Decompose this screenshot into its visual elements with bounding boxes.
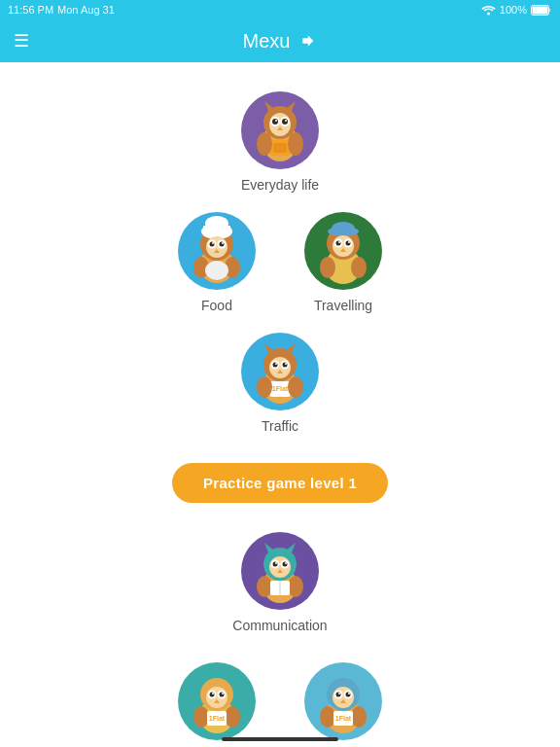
svg-point-56 bbox=[283, 363, 288, 368]
svg-point-106 bbox=[320, 706, 335, 728]
travelling-label: Travelling bbox=[314, 298, 372, 313]
svg-point-89 bbox=[212, 693, 214, 694]
svg-point-71 bbox=[272, 562, 277, 567]
status-time: 11:56 PM bbox=[8, 4, 53, 16]
travelling-owl bbox=[304, 212, 382, 290]
svg-point-9 bbox=[282, 119, 288, 124]
svg-point-48 bbox=[320, 257, 335, 278]
category-row-2: 1Flat Traffic bbox=[241, 333, 319, 434]
everyday-life-label: Everyday life bbox=[241, 177, 319, 193]
svg-point-29 bbox=[212, 242, 214, 244]
category-row-1: Food bbox=[178, 212, 382, 313]
svg-text:1Flat: 1Flat bbox=[335, 715, 352, 722]
svg-point-46 bbox=[348, 241, 350, 243]
main-content: Everyday life bbox=[0, 62, 560, 747]
logo-icon bbox=[296, 30, 317, 52]
traffic-label: Traffic bbox=[262, 418, 298, 434]
bottom-circle-1[interactable]: 1Flat bbox=[178, 662, 256, 740]
svg-point-58 bbox=[285, 363, 287, 365]
bottom-owl-2: 1Flat bbox=[304, 662, 382, 740]
svg-point-88 bbox=[220, 693, 225, 697]
svg-point-73 bbox=[275, 562, 277, 564]
svg-marker-14 bbox=[286, 101, 296, 111]
svg-point-44 bbox=[346, 241, 351, 246]
battery-icon bbox=[531, 5, 552, 16]
app-header: ☰ Mexu bbox=[0, 19, 560, 62]
food-owl bbox=[178, 212, 256, 290]
category-everyday-life[interactable]: Everyday life bbox=[241, 91, 319, 193]
category-travelling[interactable]: Travelling bbox=[304, 212, 382, 313]
svg-text:1Flat: 1Flat bbox=[209, 715, 226, 722]
svg-rect-16 bbox=[273, 143, 287, 153]
svg-marker-77 bbox=[286, 543, 296, 552]
traffic-circle: 1Flat bbox=[241, 333, 319, 410]
svg-point-65 bbox=[288, 376, 303, 398]
communication-circle bbox=[241, 532, 319, 610]
food-circle bbox=[178, 212, 256, 290]
status-bar: 11:56 PM Mon Aug 31 100% bbox=[0, 0, 560, 19]
svg-point-18 bbox=[288, 132, 303, 156]
everyday-life-owl bbox=[241, 91, 319, 169]
svg-point-49 bbox=[351, 257, 367, 278]
battery-text: 100% bbox=[500, 4, 527, 16]
svg-rect-2 bbox=[533, 6, 548, 14]
svg-point-0 bbox=[487, 12, 490, 15]
svg-point-78 bbox=[257, 576, 272, 597]
svg-point-104 bbox=[348, 693, 350, 694]
svg-point-27 bbox=[210, 242, 215, 247]
svg-point-30 bbox=[222, 242, 224, 244]
svg-point-64 bbox=[257, 376, 272, 398]
svg-point-28 bbox=[220, 242, 225, 247]
svg-point-103 bbox=[338, 693, 340, 694]
svg-point-57 bbox=[275, 363, 277, 365]
category-food[interactable]: Food bbox=[178, 212, 256, 313]
svg-marker-61 bbox=[286, 343, 296, 353]
svg-point-34 bbox=[205, 261, 228, 280]
menu-button[interactable]: ☰ bbox=[14, 30, 29, 52]
svg-marker-13 bbox=[264, 101, 274, 111]
svg-point-11 bbox=[285, 120, 287, 122]
category-row-3: Communication bbox=[232, 532, 327, 633]
svg-point-102 bbox=[346, 693, 351, 697]
travelling-circle bbox=[304, 212, 382, 290]
traffic-owl: 1Flat bbox=[241, 333, 319, 410]
bottom-owl-1: 1Flat bbox=[178, 662, 256, 740]
wifi-icon bbox=[481, 5, 496, 16]
svg-point-74 bbox=[285, 562, 287, 564]
svg-point-93 bbox=[225, 706, 240, 728]
category-communication[interactable]: Communication bbox=[232, 532, 327, 633]
food-label: Food bbox=[201, 298, 232, 313]
svg-point-45 bbox=[338, 241, 340, 243]
svg-point-72 bbox=[282, 562, 287, 567]
svg-point-92 bbox=[193, 706, 209, 728]
svg-point-87 bbox=[210, 693, 215, 697]
svg-point-43 bbox=[336, 241, 341, 246]
everyday-life-circle bbox=[241, 91, 319, 169]
svg-marker-76 bbox=[264, 543, 274, 552]
svg-point-39 bbox=[332, 222, 355, 235]
svg-text:1Flat: 1Flat bbox=[272, 385, 289, 392]
bottom-row: 1Flat 1Flat bbox=[178, 662, 382, 740]
practice-button[interactable]: Practice game level 1 bbox=[172, 463, 388, 503]
bottom-circle-2[interactable]: 1Flat bbox=[304, 662, 382, 740]
svg-point-90 bbox=[222, 693, 224, 694]
communication-owl bbox=[241, 532, 319, 610]
svg-marker-60 bbox=[264, 343, 274, 353]
status-date: Mon Aug 31 bbox=[57, 4, 115, 16]
svg-point-107 bbox=[351, 706, 367, 728]
communication-label: Communication bbox=[232, 618, 327, 633]
svg-point-79 bbox=[288, 576, 303, 597]
status-icons: 100% bbox=[481, 4, 552, 16]
category-row-0: Everyday life bbox=[241, 91, 319, 193]
svg-point-23 bbox=[205, 216, 228, 231]
svg-point-8 bbox=[272, 119, 278, 124]
svg-point-17 bbox=[257, 132, 272, 156]
svg-point-55 bbox=[273, 363, 278, 368]
svg-point-101 bbox=[336, 693, 341, 697]
home-bar bbox=[222, 737, 338, 741]
category-traffic[interactable]: 1Flat Traffic bbox=[241, 333, 319, 434]
app-title: Mexu bbox=[243, 30, 318, 53]
svg-point-10 bbox=[275, 120, 277, 122]
